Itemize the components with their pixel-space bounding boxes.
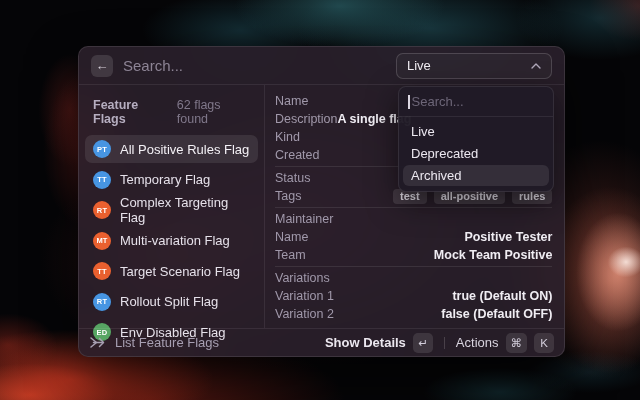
dropdown-search-field[interactable]: Search... <box>399 87 553 117</box>
flag-list-panel: Feature Flags 62 flags found PT All Posi… <box>79 85 265 328</box>
list-section-title: Feature Flags <box>93 98 169 126</box>
list-item[interactable]: RT Rollout Split Flag <box>85 288 258 316</box>
list-item-label: Temporary Flag <box>120 172 210 187</box>
detail-value: false (Default OFF) <box>441 307 552 321</box>
detail-row-variation-1: Variation 1 true (Default ON) <box>275 287 552 305</box>
list-item-label: Target Scenario Flag <box>120 264 240 279</box>
dropdown-search-placeholder: Search... <box>412 94 464 109</box>
footer-command-name: List Feature Flags <box>115 335 219 350</box>
list-item-label: All Positive Rules Flag <box>120 142 249 157</box>
footer-bar: List Feature Flags Show Details ↵ Action… <box>79 328 564 356</box>
chevron-up-icon <box>531 63 541 69</box>
topbar: ← Live <box>79 47 564 85</box>
list-item[interactable]: MT Multi-variation Flag <box>85 227 258 255</box>
list-item-label: Rollout Split Flag <box>120 294 218 309</box>
dropdown-option-deprecated[interactable]: Deprecated <box>403 143 549 164</box>
list-item[interactable]: TT Target Scenario Flag <box>85 257 258 285</box>
dropdown-option-live[interactable]: Live <box>403 121 549 142</box>
enter-key-badge: ↵ <box>413 333 433 353</box>
flag-initials-icon: MT <box>93 232 111 250</box>
flag-initials-icon: RT <box>93 293 111 311</box>
detail-value: true (Default ON) <box>452 289 552 303</box>
list-item[interactable]: PT All Positive Rules Flag <box>85 135 258 163</box>
section-divider <box>275 266 552 267</box>
status-dropdown-button[interactable]: Live <box>396 53 552 79</box>
command-palette-window: ← Live Feature Flags 62 flags found PT A… <box>78 46 565 357</box>
flag-initials-icon: PT <box>93 140 111 158</box>
back-button[interactable]: ← <box>91 55 113 77</box>
search-input[interactable] <box>123 57 386 74</box>
section-divider <box>275 207 552 208</box>
detail-value: Mock Team Positive <box>434 248 553 262</box>
k-key-badge: K <box>534 333 554 353</box>
flag-initials-icon: TT <box>93 171 111 189</box>
list-item-label: Complex Targeting Flag <box>120 195 250 225</box>
cmd-key-badge: ⌘ <box>506 333 528 353</box>
detail-row-maintainer-name: Name Positive Tester <box>275 228 552 246</box>
run-command-arrow-icon <box>89 336 106 349</box>
list-result-count: 62 flags found <box>177 98 250 126</box>
status-dropdown-value: Live <box>407 58 431 73</box>
list-item-label: Multi-variation Flag <box>120 233 230 248</box>
detail-row-variations-header: Variations <box>275 269 552 287</box>
back-arrow-icon: ← <box>96 58 109 73</box>
text-caret <box>408 95 410 109</box>
detail-row-variation-2: Variation 2 false (Default OFF) <box>275 305 552 323</box>
detail-value: Positive Tester <box>464 230 552 244</box>
footer-command: List Feature Flags <box>89 335 219 350</box>
dropdown-options: Live Deprecated Archived <box>399 117 553 191</box>
status-dropdown-menu: Search... Live Deprecated Archived <box>398 86 554 192</box>
detail-row-maintainer-header: Maintainer <box>275 210 552 228</box>
footer-actions: Show Details ↵ Actions ⌘ K <box>325 333 554 353</box>
flag-initials-icon: RT <box>93 201 111 219</box>
show-details-action[interactable]: Show Details <box>325 335 406 350</box>
flag-initials-icon: TT <box>93 262 111 280</box>
dropdown-option-archived[interactable]: Archived <box>403 165 549 186</box>
list-header: Feature Flags 62 flags found <box>85 91 258 135</box>
list-item[interactable]: RT Complex Targeting Flag <box>85 196 258 224</box>
footer-divider <box>444 337 445 349</box>
actions-button[interactable]: Actions <box>456 335 499 350</box>
list-item[interactable]: TT Temporary Flag <box>85 166 258 194</box>
detail-row-maintainer-team: Team Mock Team Positive <box>275 246 552 264</box>
